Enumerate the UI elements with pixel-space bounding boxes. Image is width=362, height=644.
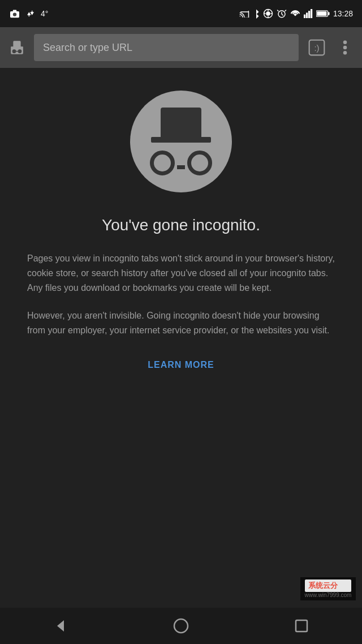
menu-button[interactable] [335, 37, 355, 58]
status-bar: 4° [0, 0, 362, 27]
temperature-display: 4° [41, 9, 48, 18]
incognito-paragraph-1: Pages you view in incognito tabs won't s… [27, 251, 335, 295]
main-content: You've gone incognito. Pages you view in… [0, 68, 362, 608]
back-button[interactable] [44, 609, 77, 643]
svg-rect-30 [296, 620, 307, 632]
svg-point-26 [343, 46, 347, 50]
nav-bar [0, 608, 362, 644]
bluetooth-icon [253, 8, 260, 19]
wifi-icon [290, 8, 300, 19]
svg-point-29 [174, 619, 188, 633]
search-field[interactable]: Search or type URL [34, 34, 299, 61]
svg-rect-12 [308, 11, 310, 18]
address-bar: Search or type URL :) [0, 27, 362, 68]
cast-icon [239, 10, 249, 18]
svg-point-21 [18, 49, 22, 53]
svg-point-25 [343, 40, 347, 44]
status-bar-left: 4° [9, 9, 48, 18]
target-icon [263, 8, 273, 19]
incognito-paragraph-2: However, you aren't invisible. Going inc… [27, 308, 335, 337]
svg-rect-10 [304, 15, 305, 18]
battery-icon [316, 10, 330, 18]
learn-more-button[interactable]: LEARN MORE [148, 360, 214, 370]
svg-rect-18 [13, 41, 20, 48]
svg-rect-11 [306, 12, 308, 18]
svg-rect-22 [16, 51, 18, 52]
camera-icon [9, 9, 20, 18]
tab-switcher-button[interactable]: :) [305, 36, 328, 59]
svg-point-4 [266, 11, 270, 16]
incognito-title: You've gone incognito. [102, 215, 260, 235]
incognito-avatar [130, 91, 232, 192]
svg-rect-16 [317, 11, 326, 16]
incognito-figure [150, 108, 212, 175]
watermark: 系统云分 www.win7999.com [294, 572, 362, 606]
home-button[interactable] [164, 609, 198, 643]
svg-rect-13 [311, 9, 312, 18]
svg-point-27 [343, 51, 347, 55]
watermark-text: 系统云分 www.win7999.com [300, 577, 356, 600]
svg-point-1 [13, 12, 16, 16]
recent-apps-button[interactable] [285, 609, 318, 643]
time-display: 13:28 [333, 9, 353, 18]
settings-icon [25, 9, 36, 18]
status-bar-right: 13:28 [239, 8, 353, 19]
incognito-small-icon [7, 37, 27, 58]
alarm-icon [277, 8, 287, 19]
svg-rect-2 [13, 10, 16, 12]
signal-icon [304, 9, 313, 18]
svg-text::): :) [314, 43, 319, 53]
svg-point-20 [12, 49, 16, 53]
search-placeholder: Search or type URL [43, 42, 132, 54]
svg-marker-28 [57, 620, 64, 632]
svg-rect-15 [328, 12, 330, 15]
